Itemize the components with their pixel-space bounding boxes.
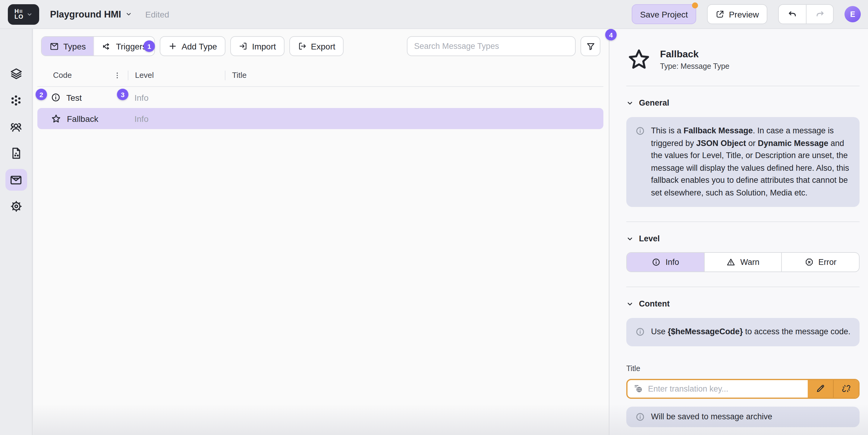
title-archive-note: Will be saved to message archive <box>626 406 860 427</box>
warning-triangle-icon <box>726 258 735 267</box>
title-field-label: Title <box>626 364 860 373</box>
external-link-icon <box>715 10 724 19</box>
users-icon <box>9 120 23 134</box>
search-input[interactable] <box>407 36 576 56</box>
general-info-box: This is a Fallback Message. In case a me… <box>626 117 860 207</box>
level-option-info[interactable]: Info <box>627 253 704 271</box>
annotation-badge-3: 3 <box>117 89 128 100</box>
preview-button[interactable]: Preview <box>707 4 767 24</box>
types-triggers-tabs: Types Triggers <box>41 36 155 56</box>
mail-icon <box>50 41 59 51</box>
import-icon <box>239 41 248 51</box>
column-menu-icon[interactable] <box>112 70 122 80</box>
chevron-down-icon <box>626 99 633 107</box>
tab-types[interactable]: Types <box>41 37 94 56</box>
save-project-button[interactable]: Save Project <box>632 4 696 24</box>
project-title[interactable]: Playground HMI <box>50 9 121 20</box>
project-chevron-down-icon[interactable] <box>125 11 132 18</box>
details-panel: Fallback Type: Message Type General This… <box>609 29 868 435</box>
app-logo: H≡ LO <box>14 9 24 19</box>
sidebar-item-components[interactable] <box>5 89 27 111</box>
app-logo-menu[interactable]: H≡ LO <box>8 4 39 24</box>
redo-icon <box>815 9 825 19</box>
undo-icon <box>787 9 798 19</box>
chevron-down-icon <box>626 235 633 242</box>
sidebar-item-media-library[interactable] <box>5 142 27 164</box>
info-circle-icon <box>652 258 661 267</box>
table-header: Code Level Title <box>37 64 603 87</box>
info-circle-icon <box>51 92 61 103</box>
panel-header: Fallback Type: Message Type <box>626 29 860 86</box>
left-sidebar <box>0 29 33 435</box>
section-content: Content Use {$heMessageCode} to access t… <box>626 287 860 435</box>
section-content-toggle[interactable]: Content <box>626 299 860 308</box>
file-media-icon <box>9 147 23 160</box>
unlink-translation-button[interactable] <box>833 380 858 397</box>
add-type-label: Add Type <box>181 41 217 51</box>
envelope-icon <box>9 173 23 187</box>
export-button[interactable]: Export <box>289 36 344 56</box>
sidebar-item-users[interactable] <box>5 116 27 138</box>
tab-triggers-label: Triggers <box>116 41 147 51</box>
info-circle-icon <box>635 412 645 422</box>
sidebar-item-messages[interactable] <box>5 169 27 191</box>
filter-button[interactable] <box>581 36 600 56</box>
tab-types-label: Types <box>63 41 86 51</box>
pencil-icon <box>815 384 825 394</box>
import-button[interactable]: Import <box>230 36 284 56</box>
level-option-label: Error <box>818 258 836 267</box>
gear-icon <box>9 200 23 213</box>
section-level: Level Info Warn Error <box>626 222 860 287</box>
sidebar-item-settings[interactable] <box>5 196 27 217</box>
export-icon <box>298 41 307 51</box>
level-segmented-control: Info Warn Error <box>626 252 860 272</box>
edited-status: Edited <box>145 9 169 19</box>
info-circle-icon <box>635 327 645 338</box>
edit-translation-button[interactable] <box>808 380 833 397</box>
redo-button[interactable] <box>806 5 833 24</box>
toolbar: Types Triggers Add Type Import Export <box>41 36 600 56</box>
section-level-toggle[interactable]: Level <box>626 234 860 243</box>
panel-subtitle: Type: Message Type <box>660 62 730 70</box>
sidebar-item-layers[interactable] <box>5 63 27 84</box>
add-type-button[interactable]: Add Type <box>160 36 225 56</box>
export-label: Export <box>311 41 336 51</box>
title-translation-key-input[interactable] <box>648 380 808 397</box>
content-info-box: Use {$heMessageCode} to access the messa… <box>626 318 860 346</box>
unlink-icon <box>841 384 851 394</box>
user-avatar[interactable]: E <box>844 6 861 22</box>
panel-title: Fallback <box>660 49 730 60</box>
annotation-badge-2: 2 <box>36 89 47 100</box>
translation-key-icon <box>627 380 648 397</box>
section-general-label: General <box>639 98 670 107</box>
topbar-actions: Save Project Preview E <box>632 4 861 24</box>
undo-redo-group <box>778 4 834 24</box>
chevron-down-icon <box>626 300 633 308</box>
archive-note-text: Will be saved to message archive <box>651 412 772 421</box>
section-general-toggle[interactable]: General <box>626 98 860 107</box>
level-option-warn[interactable]: Warn <box>704 253 781 271</box>
error-octagon-icon <box>804 258 813 267</box>
section-general: General This is a Fallback Message. In c… <box>626 86 860 222</box>
column-header-level[interactable]: Level <box>128 70 225 80</box>
undo-button[interactable] <box>779 5 806 24</box>
info-circle-icon <box>635 126 645 199</box>
title-translation-key-field <box>626 379 860 399</box>
annotation-badge-1: 1 <box>144 40 155 52</box>
branch-icon <box>102 41 112 51</box>
save-project-label: Save Project <box>640 9 688 19</box>
layers-icon <box>9 67 23 80</box>
row-level: Info <box>128 93 225 102</box>
app-window: H≡ LO Playground HMI Edited Save Project… <box>0 0 868 435</box>
column-header-title[interactable]: Title <box>225 70 603 80</box>
general-info-text: This is a Fallback Message. In case a me… <box>651 125 850 199</box>
unsaved-changes-dot <box>692 2 698 8</box>
row-level: Info <box>128 114 225 123</box>
content-info-text: Use {$heMessageCode} to access the messa… <box>651 326 850 338</box>
import-label: Import <box>252 41 276 51</box>
level-option-label: Info <box>665 258 679 267</box>
table-row-fallback[interactable]: Fallback Info <box>37 108 603 129</box>
section-level-label: Level <box>639 234 660 243</box>
row-code: Test <box>66 93 82 102</box>
level-option-error[interactable]: Error <box>781 253 859 271</box>
